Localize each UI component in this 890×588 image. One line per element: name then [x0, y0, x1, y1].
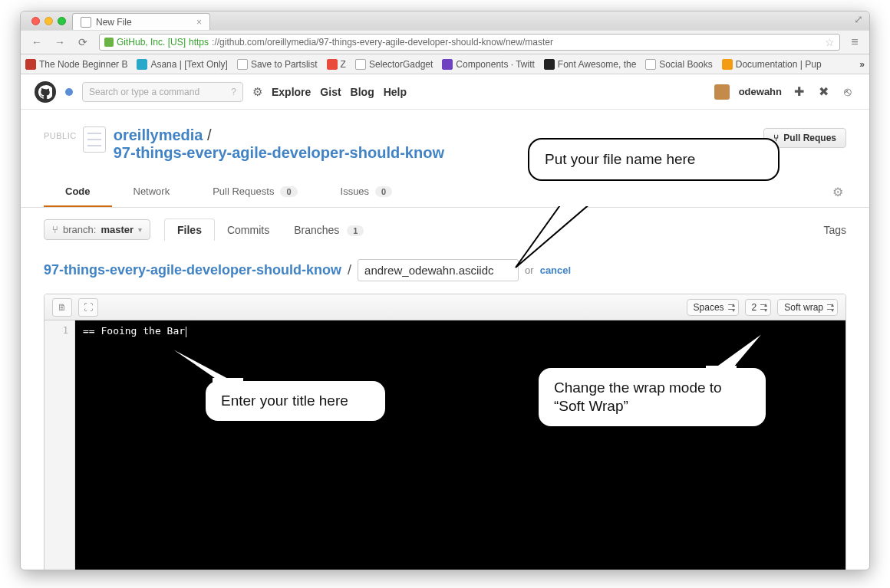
address-bar[interactable]: GitHub, Inc. [US] https ://github.com/or…: [99, 34, 840, 51]
bookmark-favicon-icon: [355, 59, 366, 70]
count-badge: 0: [280, 186, 297, 197]
bookmark-star-icon[interactable]: ☆: [825, 36, 835, 48]
stepper-icon: ▴▾: [831, 302, 834, 313]
text-cursor-icon: [186, 327, 186, 337]
window-expand-icon[interactable]: ⤢: [848, 11, 869, 30]
callout-tail-icon: [157, 338, 242, 392]
bookmark-favicon-icon: [645, 59, 656, 70]
account-settings-icon[interactable]: ✖: [816, 84, 831, 99]
bookmark-favicon-icon: [544, 59, 555, 70]
path-separator: /: [348, 262, 351, 278]
subtab-commits[interactable]: Commits: [215, 219, 282, 241]
repo-name-link[interactable]: 97-things-every-agile-developer-should-k…: [114, 144, 444, 161]
github-header: Search or type a command ? ⚙ Explore Gis…: [21, 74, 869, 110]
branch-subtab-row: ⑂ branch: master ▾ Files Commits Branche…: [21, 208, 869, 241]
svg-marker-0: [516, 203, 591, 268]
chrome-menu-icon[interactable]: ≡: [846, 35, 863, 49]
window-controls[interactable]: [27, 17, 72, 30]
path-separator: /: [207, 126, 212, 143]
repo-tabs: Code Network Pull Requests 0 Issues 0 ⚙: [21, 177, 869, 208]
fullscreen-icon[interactable]: ⛶: [78, 298, 98, 317]
nav-explore[interactable]: Explore: [272, 86, 311, 98]
settings-gear-icon[interactable]: ⚙: [252, 85, 262, 99]
bookmarks-overflow-icon[interactable]: »: [859, 59, 865, 70]
file-breadcrumb: 97-things-every-agile-developer-should-k…: [21, 241, 869, 287]
bookmark-favicon-icon: [442, 59, 453, 70]
line-number: 1: [44, 325, 68, 336]
indent-mode-select[interactable]: Spaces ▴▾: [687, 299, 739, 316]
wrap-mode-select[interactable]: Soft wrap ▴▾: [777, 299, 838, 316]
notifications-indicator-icon[interactable]: [65, 88, 73, 96]
tab-repo-settings-icon[interactable]: ⚙: [829, 177, 846, 207]
bookmark-item[interactable]: Components · Twitt: [442, 59, 535, 70]
tab-strip: New File × ⤢: [21, 11, 869, 30]
svg-rect-5: [706, 366, 737, 376]
bookmark-item[interactable]: Save to Partslist: [237, 59, 318, 70]
bookmark-favicon-icon: [137, 59, 147, 70]
tab-favicon-icon: [81, 17, 91, 28]
repo-visibility-label: PUBLIC: [44, 126, 77, 140]
git-branch-icon: ⑂: [52, 224, 58, 235]
subtab-branches[interactable]: Branches 1: [282, 219, 376, 241]
bookmark-favicon-icon: [722, 59, 733, 70]
tab-close-icon[interactable]: ×: [196, 17, 202, 28]
stepper-icon: ▴▾: [764, 302, 767, 313]
zoom-window-icon[interactable]: [58, 17, 66, 25]
bookmark-item[interactable]: Font Awesome, the: [544, 59, 637, 70]
bookmark-item[interactable]: Asana | [Text Only]: [137, 59, 228, 70]
editor-toolbar: 🗎 ⛶ Spaces ▴▾ 2 ▴▾ Soft wrap ▴▾: [44, 294, 846, 320]
back-button[interactable]: ←: [27, 34, 47, 51]
username-label[interactable]: odewahn: [739, 86, 782, 97]
tab-title: New File: [96, 17, 132, 28]
chevron-down-icon: ▾: [138, 225, 142, 234]
code-line: == Fooing the Bar: [83, 325, 185, 337]
filename-input[interactable]: [358, 259, 519, 281]
callout-tail-icon: [511, 197, 595, 274]
user-avatar-icon[interactable]: [714, 84, 730, 100]
url-path: ://github.com/oreillymedia/97-things-eve…: [212, 37, 553, 48]
bookmark-favicon-icon: [237, 59, 248, 70]
nav-blog[interactable]: Blog: [351, 86, 374, 98]
bookmark-item[interactable]: Z: [327, 59, 346, 70]
github-logo-icon[interactable]: [35, 81, 56, 103]
nav-help[interactable]: Help: [384, 86, 407, 98]
count-badge: 0: [375, 186, 392, 197]
callout-filename: Put your file name here: [528, 138, 780, 181]
breadcrumb-repo-link[interactable]: 97-things-every-agile-developer-should-k…: [44, 262, 341, 278]
branch-selector[interactable]: ⑂ branch: master ▾: [44, 219, 150, 240]
tab-code[interactable]: Code: [44, 177, 112, 207]
address-toolbar: ← → ⟳ GitHub, Inc. [US] https ://github.…: [21, 30, 869, 54]
bookmark-favicon-icon: [25, 59, 36, 70]
url-scheme: https: [189, 37, 209, 48]
new-file-icon[interactable]: 🗎: [52, 298, 72, 317]
bookmark-item[interactable]: Social Books: [645, 59, 712, 70]
forward-button[interactable]: →: [50, 34, 70, 51]
reload-button[interactable]: ⟳: [73, 34, 93, 51]
stepper-icon: ▴▾: [732, 302, 735, 313]
minimize-window-icon[interactable]: [44, 17, 53, 25]
tab-network[interactable]: Network: [112, 177, 192, 207]
nav-gist[interactable]: Gist: [320, 86, 341, 98]
bookmark-item[interactable]: SelectorGadget: [355, 59, 433, 70]
search-placeholder: Search or type a command: [89, 87, 199, 97]
tab-pull-requests[interactable]: Pull Requests 0: [191, 177, 318, 207]
repo-owner-link[interactable]: oreillymedia: [114, 126, 203, 143]
sign-out-icon[interactable]: ⎋: [840, 85, 855, 99]
create-new-icon[interactable]: ✚: [791, 84, 806, 99]
svg-rect-3: [213, 378, 243, 389]
count-badge: 1: [347, 225, 364, 236]
svg-rect-1: [557, 197, 595, 206]
subtab-files[interactable]: Files: [164, 218, 215, 241]
indent-size-select[interactable]: 2 ▴▾: [745, 299, 772, 316]
command-search[interactable]: Search or type a command ?: [82, 82, 243, 102]
bookmark-favicon-icon: [327, 59, 338, 70]
callout-tail-icon: [706, 326, 783, 379]
browser-tab[interactable]: New File ×: [72, 13, 210, 30]
bookmark-item[interactable]: Documentation | Pup: [722, 59, 822, 70]
line-gutter: 1: [44, 320, 75, 570]
subtab-tags[interactable]: Tags: [823, 224, 846, 236]
bookmarks-bar: The Node Beginner B Asana | [Text Only] …: [21, 54, 869, 74]
bookmark-item[interactable]: The Node Beginner B: [25, 59, 127, 70]
tab-issues[interactable]: Issues 0: [319, 177, 414, 207]
close-window-icon[interactable]: [31, 17, 40, 25]
